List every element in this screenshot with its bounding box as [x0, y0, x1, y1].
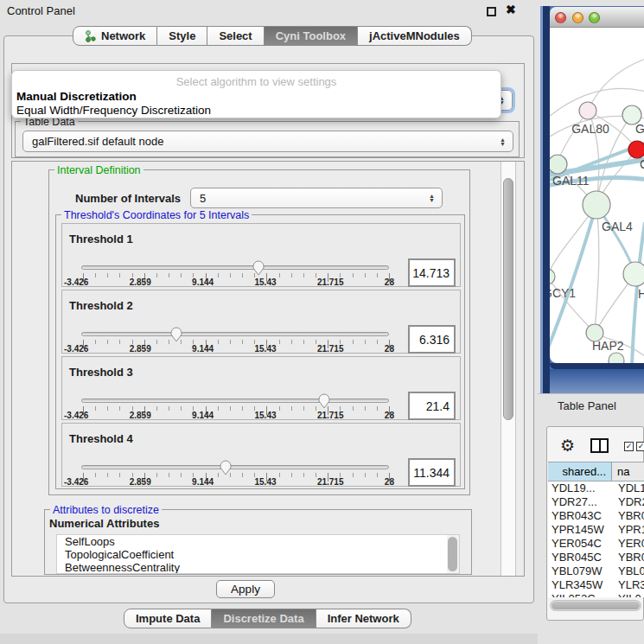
attribute-list-item[interactable]: BetweennessCentrality	[57, 561, 459, 574]
network-view-window[interactable]: GAL80 GA C GAL11 GAL4 GCY1 H HAP2	[540, 6, 644, 393]
threshold-value-input[interactable]	[408, 258, 456, 287]
cell-name[interactable]: YPR1	[612, 523, 644, 537]
close-icon[interactable]: ✖	[506, 3, 516, 16]
threshold-value-input[interactable]	[408, 392, 456, 420]
close-traffic-light[interactable]	[555, 12, 566, 23]
minimize-traffic-light[interactable]	[572, 12, 583, 23]
slider-track[interactable]	[81, 265, 389, 270]
slider-track[interactable]	[81, 332, 389, 336]
node-gal80[interactable]	[579, 102, 596, 119]
cell-name[interactable]: YIL0	[612, 592, 644, 597]
attributes-group-title: Attributes to discretize	[50, 504, 162, 516]
cell-shared-name[interactable]: YIL052C	[548, 592, 612, 597]
numerical-attributes-list[interactable]: SelfLoopsTopologicalCoefficientBetweenne…	[56, 534, 460, 574]
tick-label: -3.426	[64, 277, 88, 287]
horizontal-scrollbar[interactable]	[550, 600, 641, 611]
cell-shared-name[interactable]: YLR345W	[548, 578, 612, 592]
cell-shared-name[interactable]: YDR27...	[548, 495, 612, 509]
node-right[interactable]	[623, 262, 644, 286]
tick-label: 15.43	[255, 411, 277, 420]
footer-strip	[0, 634, 538, 644]
table-row[interactable]: YBR043CYBR0	[548, 509, 644, 523]
table-row[interactable]: YIL052CYIL0	[548, 592, 644, 597]
tab-infer-network[interactable]: Infer Network	[316, 609, 411, 628]
cell-name[interactable]: YDR2	[612, 495, 644, 509]
scrollbar-thumb[interactable]	[448, 537, 457, 571]
scrollbar-thumb[interactable]	[503, 178, 513, 420]
cell-name[interactable]: YBR0	[612, 509, 644, 523]
table-row[interactable]: YBR045CYBR0	[548, 551, 644, 564]
tab-impute-data[interactable]: Impute Data	[124, 609, 212, 628]
attribute-list-item[interactable]: SelfLoops	[57, 535, 459, 548]
settings-vertical-scrollbar[interactable]	[501, 162, 516, 576]
table-row[interactable]: YLR345WYLR3	[548, 578, 644, 592]
threshold-value-input[interactable]	[408, 458, 456, 487]
table-row[interactable]: YDR27...YDR2	[548, 495, 644, 509]
node-label-clipped: H	[638, 287, 644, 301]
tab-cyni-toolbox[interactable]: Cyni Toolbox	[265, 26, 358, 46]
tick-label: 9.144	[192, 344, 214, 354]
tab-jactivemnodules[interactable]: jActiveMNodules	[358, 26, 472, 46]
table-data-combobox[interactable]: galFiltered.sif default node ▲▼	[22, 131, 513, 152]
attribute-list-item[interactable]: TopologicalCoefficient	[57, 548, 459, 561]
cell-shared-name[interactable]: YDL19...	[548, 481, 612, 495]
table-row[interactable]: YPR145WYPR1	[548, 523, 644, 537]
tab-network[interactable]: Network	[73, 26, 157, 46]
table-row[interactable]: YDL19...YDL1	[548, 481, 644, 495]
node-label: GAL80	[571, 122, 609, 136]
panel-title: Control Panel	[7, 4, 75, 17]
cell-name[interactable]: YLR3	[612, 578, 644, 592]
bottom-tabbar: Impute Data Discretize Data Infer Networ…	[124, 609, 411, 628]
tab-discretize-data[interactable]: Discretize Data	[212, 609, 316, 628]
node-selected-red[interactable]	[628, 141, 644, 158]
column-view-icon[interactable]	[590, 438, 609, 453]
network-window-titlebar[interactable]	[550, 7, 644, 28]
column-header-name[interactable]: na	[612, 462, 644, 481]
slider-track[interactable]	[81, 399, 389, 403]
cell-shared-name[interactable]: YPR145W	[548, 523, 612, 537]
cell-shared-name[interactable]: YBR045C	[548, 551, 612, 564]
window-frame	[550, 369, 644, 393]
dropdown-option-manual[interactable]: Manual Discretization	[16, 90, 137, 103]
tick-label: 28	[385, 477, 394, 487]
list-scrollbar[interactable]	[447, 535, 459, 573]
apply-button[interactable]: Apply	[216, 580, 275, 598]
cell-shared-name[interactable]: YER054C	[548, 537, 612, 551]
numerical-attributes-label: Numerical Attributes	[49, 517, 159, 530]
scale-labels: -3.4262.8599.14415.4321.71528	[64, 277, 394, 287]
table-panel-title: Table Panel	[558, 399, 616, 412]
checkbox-icon[interactable]: ✓	[624, 442, 634, 451]
threshold-row-3: Threshold 3 -3.4262.8599.14415.4321.7152…	[61, 356, 461, 420]
checkbox-icon[interactable]: ✓	[636, 442, 644, 451]
node-gcy1[interactable]	[550, 269, 555, 284]
node-gal11[interactable]	[550, 155, 567, 174]
cell-name[interactable]: YBR0	[612, 551, 644, 564]
table-row[interactable]: YBL079WYBL0	[548, 564, 644, 578]
cell-shared-name[interactable]: YBL079W	[548, 564, 612, 578]
column-header-shared-name[interactable]: shared...	[548, 462, 612, 481]
gear-icon[interactable]: ⚙	[560, 436, 575, 455]
table-row[interactable]: YER054CYER0	[548, 537, 644, 551]
cell-name[interactable]: YDL1	[612, 481, 644, 495]
cell-name[interactable]: YER0	[612, 537, 644, 551]
network-canvas[interactable]: GAL80 GA C GAL11 GAL4 GCY1 H HAP2	[550, 28, 644, 363]
zoom-traffic-light[interactable]	[589, 12, 600, 23]
tick-label: 2.859	[130, 277, 151, 287]
dropdown-option-equal-width[interactable]: Equal Width/Frequency Discretization	[16, 104, 211, 117]
number-of-intervals-label: Number of Intervals	[75, 192, 181, 205]
float-window-icon[interactable]	[487, 7, 496, 16]
cell-shared-name[interactable]: YBR043C	[548, 509, 612, 523]
tab-select[interactable]: Select	[207, 26, 264, 46]
tab-label: Network	[101, 29, 145, 42]
number-of-intervals-combobox[interactable]: 5 ▲▼	[190, 188, 443, 208]
scrollbar-thumb[interactable]	[552, 602, 640, 609]
threshold-value-input[interactable]	[408, 325, 456, 354]
tab-style[interactable]: Style	[157, 26, 207, 46]
node-bottom[interactable]	[609, 353, 624, 363]
node-gal4[interactable]	[583, 191, 610, 219]
node-label: GAL11	[552, 174, 590, 188]
cell-name[interactable]: YBL0	[612, 564, 644, 578]
tick-label: 28	[385, 411, 394, 420]
slider-track[interactable]	[81, 465, 389, 469]
threshold-row-2: Threshold 2 -3.4262.8599.14415.4321.7152…	[61, 290, 461, 354]
